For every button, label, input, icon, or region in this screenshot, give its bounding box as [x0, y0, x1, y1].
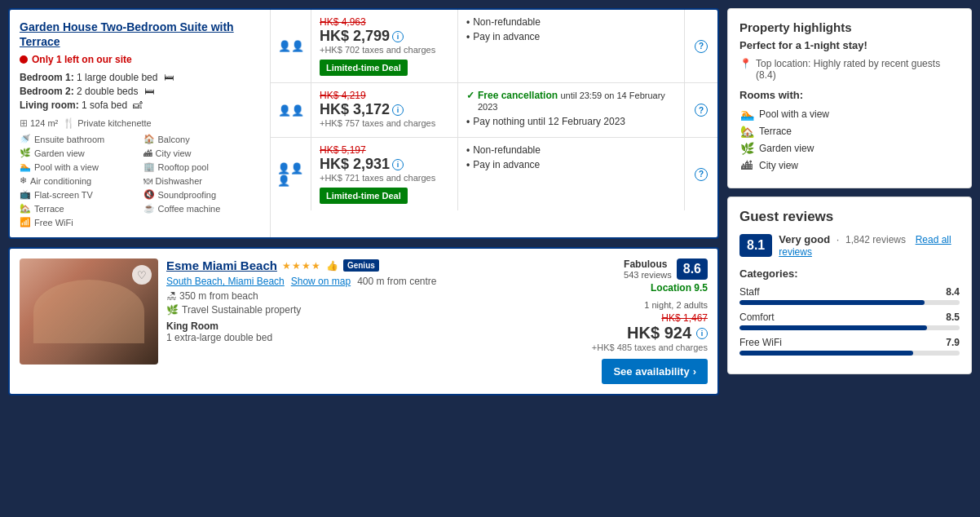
guest-icons-1: 👤👤: [278, 40, 304, 52]
guest-icons-2: 👤👤: [278, 104, 304, 117]
reviews-card: Guest reviews 8.1 Very good · 1,842 revi…: [727, 197, 972, 374]
original-price-3: HK$ 5,197: [320, 144, 449, 156]
condition-3b: • Pay in advance: [466, 159, 676, 170]
price-cell-1: HK$ 4,963 HK$ 2,799 i +HK$ 702 taxes and…: [311, 10, 458, 82]
price-taxes-3: +HK$ 721 taxes and charges: [320, 173, 449, 183]
condition-text-1a: Non-refundable: [473, 16, 541, 28]
hotel-price-was: HK$ 1,467: [661, 312, 708, 324]
perfect-stay: Perfect for a 1-night stay!: [739, 39, 960, 51]
only-left-notice: Only 1 left on our site: [20, 54, 260, 65]
guests-cell-2: 👤👤: [271, 83, 311, 137]
amenity-garden-view: 🌿 Garden view: [20, 148, 137, 158]
price-info-icon-3[interactable]: i: [392, 159, 404, 170]
dishwasher-icon: 🍽: [143, 176, 152, 186]
hotel-price-info-icon[interactable]: i: [696, 328, 708, 339]
room-title[interactable]: Garden House Two-Bedroom Suite with Terr…: [20, 20, 260, 49]
sofa-icon: 🛋: [133, 99, 143, 111]
feature-city-view: 🏙 City view: [739, 159, 960, 172]
category-wifi: Free WiFi 7.9: [739, 337, 960, 356]
living-room-info: Living room: 1 sofa bed 🛋: [20, 99, 260, 111]
city-feature-icon: 🏙: [739, 159, 754, 172]
category-comfort-name: Comfort: [739, 312, 775, 323]
ac-icon: ❄: [20, 175, 27, 186]
score-block: Fabulous 543 reviews 8.6 Location 9.5: [624, 258, 708, 294]
bedroom1-info: Bedroom 1: 1 large double bed 🛏: [20, 72, 260, 83]
wifi-bar-fill: [739, 351, 913, 356]
hotel-name[interactable]: Esme Miami Beach: [166, 258, 277, 272]
comfort-bar-fill: [739, 325, 927, 330]
info-button-2[interactable]: ?: [695, 104, 708, 117]
score-label: Fabulous: [624, 258, 672, 270]
categories-title: Categories:: [739, 267, 960, 280]
price-info-icon-2[interactable]: i: [392, 104, 404, 116]
hotel-tags: 🏖 350 m from beach 🌿 Travel Sustainable …: [166, 290, 569, 316]
conditions-1: • Non-refundable • Pay in advance: [458, 10, 685, 82]
map-link[interactable]: Show on map: [291, 276, 351, 287]
rooms-with-title: Rooms with:: [739, 89, 960, 101]
guests-cell-3: 👤👤👤: [271, 138, 311, 210]
kitchen-icon: 🍴: [63, 117, 75, 129]
balcony-icon: 🏠: [143, 134, 155, 144]
amenity-pool-view: 🏊 Pool with a view: [20, 161, 137, 172]
price-taxes-1: +HK$ 702 taxes and charges: [320, 45, 449, 55]
highlights-title: Property highlights: [739, 20, 960, 34]
chevron-right-icon: ›: [693, 365, 696, 378]
room-size: ⊞ 124 m²: [20, 117, 58, 129]
original-price-2: HK$ 4,219: [320, 90, 449, 101]
amenity-dishwasher: 🍽 Dishwasher: [143, 175, 261, 186]
coffee-icon: ☕: [143, 203, 155, 214]
deal-badge-1: Limited-time Deal: [320, 60, 408, 76]
living-room-label: Living room:: [20, 99, 79, 111]
info-button-1[interactable]: ?: [695, 40, 708, 53]
score-badge: 8.6: [677, 258, 708, 280]
current-price-3: HK$ 2,931: [320, 156, 390, 173]
rooftop-icon: 🏢: [143, 161, 155, 172]
amenity-terrace: 🏡 Terrace: [20, 203, 137, 214]
overall-reviews: 1,842 reviews: [845, 234, 906, 245]
condition-1b: • Pay in advance: [466, 31, 676, 42]
living-room-beds: 1 sofa bed: [82, 99, 127, 111]
hotel-location: South Beach, Miami Beach Show on map 400…: [166, 276, 569, 287]
price-row-2: 👤👤 HK$ 4,219 HK$ 3,172 i +HK$ 757 taxes …: [271, 83, 717, 138]
amenity-rooftop: 🏢 Rooftop pool: [143, 161, 261, 172]
genius-badge: Genius: [343, 259, 379, 272]
bed1-icon: 🛏: [164, 72, 174, 83]
room-type-label: King Room: [166, 320, 569, 332]
room-card: Garden House Two-Bedroom Suite with Terr…: [8, 8, 719, 239]
bullet-icon: •: [466, 159, 470, 170]
pool-view-icon: 🏊: [20, 161, 31, 172]
hotel-details-panel: Esme Miami Beach ★★★★ 👍 Genius South Bea…: [166, 258, 569, 384]
price-cell-2: HK$ 4,219 HK$ 3,172 i +HK$ 757 taxes and…: [311, 83, 458, 137]
info-button-3[interactable]: ?: [695, 168, 708, 181]
category-staff-name: Staff: [739, 286, 759, 298]
amenity-ac: ❄ Air conditioning: [20, 175, 137, 186]
favorite-button[interactable]: ♡: [132, 265, 152, 285]
price-info-icon-1[interactable]: i: [392, 31, 404, 42]
category-comfort-score: 8.5: [946, 312, 960, 323]
amenity-city-view: 🏙 City view: [143, 148, 261, 158]
avail-btn-label: See availability: [613, 365, 689, 378]
terrace-feature-icon: 🏡: [739, 125, 754, 138]
top-location-text: Top location: Highly rated by recent gue…: [756, 58, 960, 81]
size-icon: ⊞: [20, 117, 28, 129]
availability-button[interactable]: See availability ›: [602, 359, 708, 384]
sustainable-label: Travel Sustainable property: [182, 304, 301, 316]
price-row-1: 👤👤 HK$ 4,963 HK$ 2,799 i +HK$ 702 taxes …: [271, 10, 717, 83]
location-link[interactable]: South Beach, Miami Beach: [166, 276, 285, 287]
comfort-bar: [739, 325, 960, 330]
condition-text-1b: Pay in advance: [473, 31, 540, 42]
feature-garden-text: Garden view: [759, 143, 814, 154]
beach-tag: 🏖 350 m from beach: [166, 290, 569, 302]
miami-hotel-card: ♡ Esme Miami Beach ★★★★ 👍 Genius South B…: [8, 247, 719, 395]
feature-pool: 🏊 Pool with a view: [739, 108, 960, 121]
info-cell-1: ?: [685, 10, 717, 82]
kitchen-spec: 🍴 Private kitchenette: [63, 117, 152, 129]
free-cancel-text: Free cancellation: [478, 90, 558, 101]
amenity-ensuite: 🚿 Ensuite bathroom: [20, 134, 137, 144]
category-comfort: Comfort 8.5: [739, 312, 960, 330]
hotel-stars: ★★★★: [282, 260, 321, 272]
price-cell-3: HK$ 5,197 HK$ 2,931 i +HK$ 721 taxes and…: [311, 138, 458, 210]
bedroom2-info: Bedroom 2: 2 double beds 🛏: [20, 86, 260, 97]
price-row-3: 👤👤👤 HK$ 5,197 HK$ 2,931 i +HK$ 721 taxes…: [271, 138, 717, 210]
current-price-2: HK$ 3,172: [320, 101, 390, 118]
